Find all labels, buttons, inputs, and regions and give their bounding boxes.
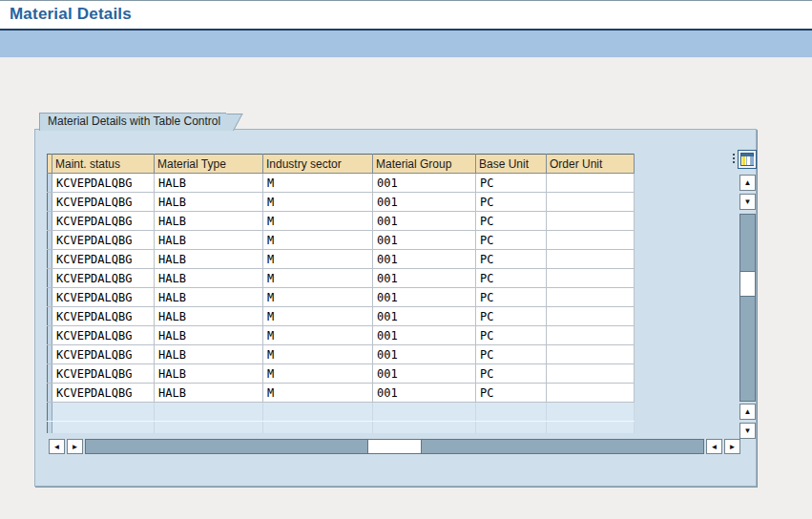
table-cell[interactable] [547,345,635,364]
table-cell[interactable] [547,288,635,307]
scroll-page-right-button[interactable]: ► [724,439,740,454]
table-settings-button[interactable] [738,150,757,169]
table-cell[interactable] [547,231,635,250]
table-cell[interactable]: KCVEPDALQBG [52,364,155,384]
table-cell[interactable]: KCVEPDALQBG [52,231,155,250]
table-cell[interactable] [547,193,635,212]
table-cell[interactable]: 001 [373,212,476,231]
table-cell[interactable]: PC [476,307,547,326]
table-cell[interactable]: HALB [155,288,263,307]
table-cell[interactable]: KCVEPDALQBG [52,269,155,288]
table-cell[interactable] [547,174,635,193]
table-cell[interactable]: M [263,288,373,307]
table-cell[interactable]: 001 [373,193,476,212]
table-cell[interactable]: PC [476,384,547,403]
column-header-maint-status[interactable]: Maint. status [52,155,155,174]
scroll-page-up-button[interactable]: ▲ [739,404,756,420]
table-cell[interactable]: PC [476,326,547,345]
empty-table-cell[interactable] [373,403,476,422]
table-cell[interactable]: HALB [155,364,263,384]
table-cell[interactable]: M [263,326,373,345]
table-cell[interactable]: 001 [373,288,476,307]
table-cell[interactable]: HALB [155,174,263,193]
table-cell[interactable]: M [263,269,373,288]
table-cell[interactable]: 001 [373,345,476,364]
table-cell[interactable]: KCVEPDALQBG [52,326,155,345]
table-cell[interactable]: KCVEPDALQBG [52,174,155,193]
table-cell[interactable]: HALB [155,250,263,269]
scroll-row-down-button[interactable]: ▼ [739,194,756,210]
empty-table-cell[interactable] [263,422,373,434]
scroll-row-up-button[interactable]: ▲ [739,175,756,191]
table-cell[interactable]: M [263,384,373,403]
table-cell[interactable]: PC [476,174,547,193]
table-cell[interactable]: PC [476,250,547,269]
table-cell[interactable] [547,384,635,403]
empty-table-cell[interactable] [263,403,373,422]
table-cell[interactable]: PC [476,364,547,384]
empty-table-cell[interactable] [476,403,547,422]
table-cell[interactable]: HALB [155,231,263,250]
table-cell[interactable]: HALB [155,345,263,364]
table-cell[interactable]: M [263,364,373,384]
table-cell[interactable]: HALB [155,212,263,231]
empty-table-cell[interactable] [476,422,547,434]
empty-table-cell[interactable] [373,422,476,434]
column-header-industry-sector[interactable]: Industry sector [263,155,373,174]
table-cell[interactable]: PC [476,288,547,307]
table-cell[interactable]: 001 [373,307,476,326]
table-cell[interactable]: M [263,345,373,364]
table-cell[interactable] [547,326,635,345]
column-header-base-unit[interactable]: Base Unit [476,155,547,174]
table-cell[interactable]: HALB [155,307,263,326]
table-cell[interactable]: 001 [373,384,476,403]
table-cell[interactable]: M [263,193,373,212]
table-cell[interactable]: KCVEPDALQBG [52,212,155,231]
table-cell[interactable]: HALB [155,384,263,403]
table-cell[interactable]: 001 [373,250,476,269]
column-header-material-group[interactable]: Material Group [373,155,476,174]
table-cell[interactable]: PC [476,345,547,364]
empty-table-cell[interactable] [52,403,155,422]
table-cell[interactable]: PC [476,231,547,250]
empty-table-cell[interactable] [155,403,263,422]
scroll-page-down-button[interactable]: ▼ [739,423,756,439]
tab-material-details-with-table-control[interactable]: Material Details with Table Control [39,113,226,131]
table-cell[interactable]: M [263,231,373,250]
empty-table-cell[interactable] [547,422,635,434]
table-cell[interactable]: HALB [155,269,263,288]
table-cell[interactable]: HALB [155,193,263,212]
table-cell[interactable] [547,269,635,288]
table-cell[interactable]: PC [476,269,547,288]
scroll-page-left-button[interactable]: ◄ [706,439,722,454]
table-cell[interactable]: KCVEPDALQBG [52,384,155,403]
column-header-material-type[interactable]: Material Type [155,155,263,174]
scroll-col-right-button[interactable]: ► [67,439,83,454]
table-cell[interactable] [547,212,635,231]
table-cell[interactable]: KCVEPDALQBG [52,307,155,326]
table-cell[interactable]: 001 [373,364,476,384]
empty-table-cell[interactable] [155,422,263,434]
table-cell[interactable]: 001 [373,326,476,345]
table-cell[interactable]: 001 [373,174,476,193]
table-cell[interactable]: M [263,212,373,231]
table-cell[interactable]: 001 [373,231,476,250]
table-cell[interactable] [547,250,635,269]
horizontal-scrollbar-track[interactable] [85,439,704,454]
table-cell[interactable] [547,364,635,384]
column-header-order-unit[interactable]: Order Unit [547,155,635,174]
table-cell[interactable]: PC [476,193,547,212]
empty-table-cell[interactable] [547,403,635,422]
table-cell[interactable]: M [263,250,373,269]
table-cell[interactable]: HALB [155,326,263,345]
scroll-col-left-button[interactable]: ◄ [49,439,65,454]
table-cell[interactable] [547,307,635,326]
empty-table-cell[interactable] [52,422,155,434]
table-cell[interactable]: PC [476,212,547,231]
table-cell[interactable]: M [263,174,373,193]
table-cell[interactable]: KCVEPDALQBG [52,288,155,307]
table-cell[interactable]: KCVEPDALQBG [52,250,155,269]
table-cell[interactable]: KCVEPDALQBG [52,345,155,364]
table-cell[interactable]: KCVEPDALQBG [52,193,155,212]
vertical-scrollbar-thumb[interactable] [740,271,755,297]
